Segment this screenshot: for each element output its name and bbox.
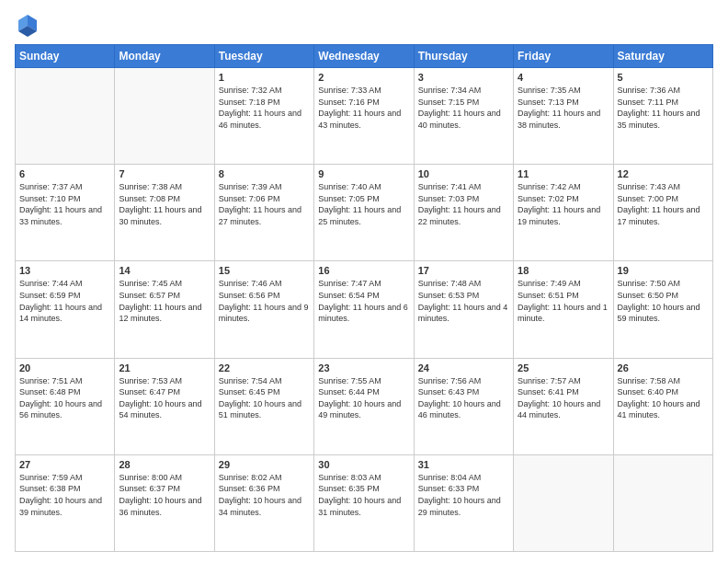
week-row-4: 20Sunrise: 7:51 AM Sunset: 6:48 PM Dayli… (16, 358, 713, 454)
day-info: Sunrise: 7:41 AM Sunset: 7:03 PM Dayligh… (418, 181, 509, 227)
day-info: Sunrise: 7:35 AM Sunset: 7:13 PM Dayligh… (518, 85, 609, 131)
day-info: Sunrise: 7:50 AM Sunset: 6:50 PM Dayligh… (618, 278, 709, 324)
calendar-cell: 7Sunrise: 7:38 AM Sunset: 7:08 PM Daylig… (115, 165, 214, 261)
day-info: Sunrise: 7:49 AM Sunset: 6:51 PM Dayligh… (518, 278, 609, 324)
day-info: Sunrise: 7:59 AM Sunset: 6:38 PM Dayligh… (19, 472, 110, 518)
day-number: 4 (518, 72, 609, 83)
calendar-cell (613, 454, 712, 551)
calendar-cell: 31Sunrise: 8:04 AM Sunset: 6:33 PM Dayli… (414, 454, 513, 551)
day-number: 8 (219, 168, 310, 179)
calendar-cell: 20Sunrise: 7:51 AM Sunset: 6:48 PM Dayli… (16, 358, 115, 454)
day-number: 1 (219, 72, 310, 83)
day-number: 20 (19, 362, 110, 373)
col-saturday: Saturday (613, 45, 712, 68)
calendar-cell: 29Sunrise: 8:02 AM Sunset: 6:36 PM Dayli… (214, 454, 313, 551)
day-info: Sunrise: 7:57 AM Sunset: 6:41 PM Dayligh… (518, 375, 609, 421)
col-monday: Monday (115, 45, 214, 68)
col-thursday: Thursday (414, 45, 513, 68)
day-info: Sunrise: 7:33 AM Sunset: 7:16 PM Dayligh… (318, 85, 409, 131)
day-number: 10 (418, 168, 509, 179)
day-number: 12 (618, 168, 709, 179)
day-number: 26 (618, 362, 709, 373)
day-info: Sunrise: 7:38 AM Sunset: 7:08 PM Dayligh… (119, 181, 210, 227)
header-row: Sunday Monday Tuesday Wednesday Thursday… (16, 45, 713, 68)
logo (15, 11, 44, 37)
calendar-cell: 6Sunrise: 7:37 AM Sunset: 7:10 PM Daylig… (16, 165, 115, 261)
day-number: 6 (19, 168, 110, 179)
col-wednesday: Wednesday (314, 45, 414, 68)
calendar-cell (115, 68, 214, 165)
calendar-cell: 5Sunrise: 7:36 AM Sunset: 7:11 PM Daylig… (613, 68, 712, 165)
day-number: 18 (518, 265, 609, 276)
day-number: 9 (318, 168, 409, 179)
col-friday: Friday (514, 45, 613, 68)
day-info: Sunrise: 7:40 AM Sunset: 7:05 PM Dayligh… (318, 181, 409, 227)
day-number: 30 (318, 459, 409, 470)
calendar-cell: 8Sunrise: 7:39 AM Sunset: 7:06 PM Daylig… (214, 165, 313, 261)
day-info: Sunrise: 7:37 AM Sunset: 7:10 PM Dayligh… (19, 181, 110, 227)
day-number: 22 (219, 362, 310, 373)
calendar-cell: 15Sunrise: 7:46 AM Sunset: 6:56 PM Dayli… (214, 261, 313, 358)
day-number: 24 (418, 362, 509, 373)
day-info: Sunrise: 7:34 AM Sunset: 7:15 PM Dayligh… (418, 85, 509, 131)
day-number: 3 (418, 72, 509, 83)
calendar-cell: 19Sunrise: 7:50 AM Sunset: 6:50 PM Dayli… (613, 261, 712, 358)
col-sunday: Sunday (16, 45, 115, 68)
calendar-cell (514, 454, 613, 551)
calendar-table: Sunday Monday Tuesday Wednesday Thursday… (15, 44, 713, 552)
day-info: Sunrise: 7:53 AM Sunset: 6:47 PM Dayligh… (119, 375, 210, 421)
calendar-body: 1Sunrise: 7:32 AM Sunset: 7:18 PM Daylig… (16, 68, 713, 552)
calendar-cell: 24Sunrise: 7:56 AM Sunset: 6:43 PM Dayli… (414, 358, 513, 454)
day-number: 23 (318, 362, 409, 373)
calendar-cell: 16Sunrise: 7:47 AM Sunset: 6:54 PM Dayli… (314, 261, 414, 358)
calendar-cell: 11Sunrise: 7:42 AM Sunset: 7:02 PM Dayli… (514, 165, 613, 261)
calendar-cell: 4Sunrise: 7:35 AM Sunset: 7:13 PM Daylig… (514, 68, 613, 165)
week-row-2: 6Sunrise: 7:37 AM Sunset: 7:10 PM Daylig… (16, 165, 713, 261)
calendar-cell: 13Sunrise: 7:44 AM Sunset: 6:59 PM Dayli… (16, 261, 115, 358)
week-row-5: 27Sunrise: 7:59 AM Sunset: 6:38 PM Dayli… (16, 454, 713, 551)
day-number: 19 (618, 265, 709, 276)
day-info: Sunrise: 7:44 AM Sunset: 6:59 PM Dayligh… (19, 278, 110, 324)
calendar-cell: 23Sunrise: 7:55 AM Sunset: 6:44 PM Dayli… (314, 358, 414, 454)
calendar-cell: 14Sunrise: 7:45 AM Sunset: 6:57 PM Dayli… (115, 261, 214, 358)
day-number: 16 (318, 265, 409, 276)
day-info: Sunrise: 8:02 AM Sunset: 6:36 PM Dayligh… (219, 472, 310, 518)
day-info: Sunrise: 7:47 AM Sunset: 6:54 PM Dayligh… (318, 278, 409, 324)
day-number: 17 (418, 265, 509, 276)
day-number: 15 (219, 265, 310, 276)
day-number: 13 (19, 265, 110, 276)
day-number: 7 (119, 168, 210, 179)
calendar-cell: 3Sunrise: 7:34 AM Sunset: 7:15 PM Daylig… (414, 68, 513, 165)
day-info: Sunrise: 7:42 AM Sunset: 7:02 PM Dayligh… (518, 181, 609, 227)
day-number: 21 (119, 362, 210, 373)
day-number: 5 (618, 72, 709, 83)
day-number: 25 (518, 362, 609, 373)
day-info: Sunrise: 7:39 AM Sunset: 7:06 PM Dayligh… (219, 181, 310, 227)
calendar-cell: 25Sunrise: 7:57 AM Sunset: 6:41 PM Dayli… (514, 358, 613, 454)
day-info: Sunrise: 7:58 AM Sunset: 6:40 PM Dayligh… (618, 375, 709, 421)
day-info: Sunrise: 7:45 AM Sunset: 6:57 PM Dayligh… (119, 278, 210, 324)
day-info: Sunrise: 8:04 AM Sunset: 6:33 PM Dayligh… (418, 472, 509, 518)
calendar-cell: 18Sunrise: 7:49 AM Sunset: 6:51 PM Dayli… (514, 261, 613, 358)
day-info: Sunrise: 8:03 AM Sunset: 6:35 PM Dayligh… (318, 472, 409, 518)
calendar-cell: 9Sunrise: 7:40 AM Sunset: 7:05 PM Daylig… (314, 165, 414, 261)
day-number: 11 (518, 168, 609, 179)
week-row-3: 13Sunrise: 7:44 AM Sunset: 6:59 PM Dayli… (16, 261, 713, 358)
day-number: 14 (119, 265, 210, 276)
calendar-cell: 30Sunrise: 8:03 AM Sunset: 6:35 PM Dayli… (314, 454, 414, 551)
page: Sunday Monday Tuesday Wednesday Thursday… (0, 0, 728, 563)
day-info: Sunrise: 7:55 AM Sunset: 6:44 PM Dayligh… (318, 375, 409, 421)
col-tuesday: Tuesday (214, 45, 313, 68)
calendar-cell: 12Sunrise: 7:43 AM Sunset: 7:00 PM Dayli… (613, 165, 712, 261)
day-number: 27 (19, 459, 110, 470)
calendar-cell: 28Sunrise: 8:00 AM Sunset: 6:37 PM Dayli… (115, 454, 214, 551)
calendar-cell: 1Sunrise: 7:32 AM Sunset: 7:18 PM Daylig… (214, 68, 313, 165)
day-info: Sunrise: 8:00 AM Sunset: 6:37 PM Dayligh… (119, 472, 210, 518)
header (15, 11, 713, 37)
day-info: Sunrise: 7:56 AM Sunset: 6:43 PM Dayligh… (418, 375, 509, 421)
day-info: Sunrise: 7:48 AM Sunset: 6:53 PM Dayligh… (418, 278, 509, 324)
calendar-cell: 10Sunrise: 7:41 AM Sunset: 7:03 PM Dayli… (414, 165, 513, 261)
calendar-cell: 26Sunrise: 7:58 AM Sunset: 6:40 PM Dayli… (613, 358, 712, 454)
day-info: Sunrise: 7:36 AM Sunset: 7:11 PM Dayligh… (618, 85, 709, 131)
calendar-cell: 17Sunrise: 7:48 AM Sunset: 6:53 PM Dayli… (414, 261, 513, 358)
